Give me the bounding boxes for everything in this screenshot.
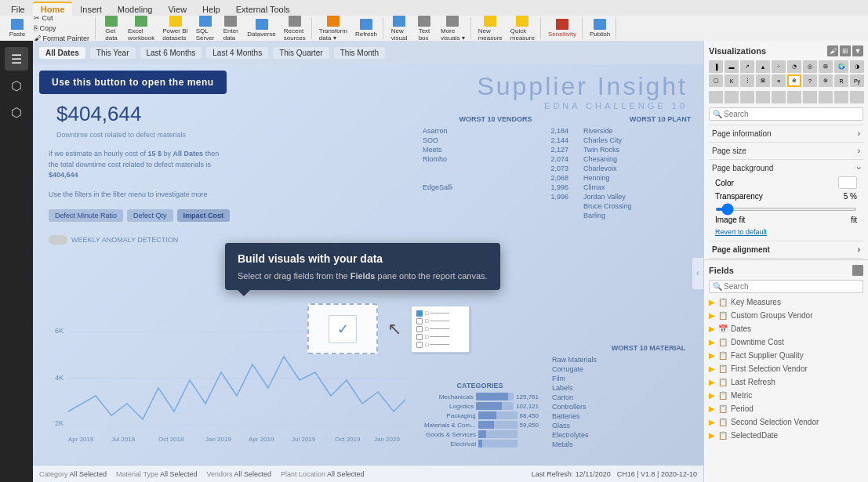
sidebar-data-icon[interactable]: ⬡ [5, 74, 28, 97]
viz-r2-10[interactable] [850, 91, 864, 103]
viz-r2-2[interactable] [725, 91, 739, 103]
refresh-button[interactable]: Refresh [353, 18, 380, 38]
viz-bar[interactable]: ▐ [709, 60, 723, 73]
paste-button[interactable]: Paste [6, 18, 28, 38]
copy-button[interactable]: ⎘ Copy [31, 24, 92, 33]
anomaly-toggle[interactable] [49, 235, 67, 245]
field-period-header[interactable]: ▶ 📋 Period [709, 404, 863, 414]
filter-this-month[interactable]: This Month [334, 47, 385, 59]
viz-line[interactable]: ↗ [740, 60, 754, 73]
dataverse-button[interactable]: Dataverse [245, 18, 278, 38]
viz-r2-3[interactable] [740, 91, 754, 103]
page-size-header[interactable]: Page size › [709, 145, 863, 157]
field-item-4: □ ───── [416, 333, 464, 341]
tab-view[interactable]: View [160, 3, 194, 16]
transform-data-button[interactable]: Transformdata ▾ [317, 15, 350, 42]
impact-cost-button[interactable]: Impact Cost [177, 209, 231, 222]
viz-custom2[interactable]: Py [850, 74, 864, 87]
drag-checkmark-icon: ✓ [329, 315, 357, 343]
viz-r2-5[interactable] [772, 91, 786, 103]
defect-minute-ratio-button[interactable]: Defect Minute Ratio [49, 209, 123, 222]
filter-all-dates[interactable]: All Dates [39, 47, 85, 59]
viz-card[interactable]: ▢ [709, 74, 723, 87]
recent-sources-button[interactable]: Recentsources [281, 15, 308, 42]
viz-r2-8[interactable] [819, 91, 833, 103]
enter-data-button[interactable]: Enterdata [220, 15, 242, 42]
tab-file[interactable]: File [3, 3, 33, 16]
field-last-refresh-header[interactable]: ▶ 📋 Last Refresh [709, 377, 863, 387]
viz-search-input[interactable] [724, 110, 859, 118]
field-selected-date-header[interactable]: ▶ 📋 SelectedDate [709, 430, 863, 440]
field-custom-groups-label: Custom Groups Vendor [731, 311, 813, 320]
page-align-header[interactable]: Page alignment › [709, 244, 863, 255]
revert-label[interactable]: Revert to default [715, 228, 767, 236]
excel-button[interactable]: Excelworkbook [125, 15, 157, 42]
viz-treemap[interactable]: ⊞ [819, 60, 833, 73]
viz-qa[interactable]: ? [803, 74, 817, 87]
viz-custom1[interactable]: R [834, 74, 848, 87]
collapse-arrow[interactable]: ‹ [692, 258, 703, 289]
filter-last-4-months[interactable]: Last 4 Months [206, 47, 268, 59]
get-data-button[interactable]: Getdata [100, 15, 122, 42]
plant-value: All Selected [327, 470, 365, 478]
viz-scatter[interactable]: ⁘ [772, 60, 786, 73]
viz-pie[interactable]: ◔ [787, 60, 801, 73]
viz-r2-1[interactable] [709, 91, 723, 103]
category-label: Category [39, 470, 68, 478]
new-visual-button[interactable]: Newvisual [388, 15, 410, 42]
viz-paint-icon[interactable]: 🖌 [827, 45, 838, 56]
text-box-button[interactable]: Textbox [413, 15, 435, 42]
page-bg-chevron: › [855, 167, 863, 169]
tab-external[interactable]: External Tools [228, 3, 298, 16]
field-key-measures-header[interactable]: ▶ 📋 Key Measures [709, 297, 863, 307]
viz-r2-6[interactable] [787, 91, 801, 103]
field-second-selection-header[interactable]: ▶ 📋 Second Selection Vendor [709, 417, 863, 427]
field-selected-date-label: SelectedDate [731, 431, 778, 440]
color-swatch[interactable] [838, 176, 857, 189]
field-metric-header[interactable]: ▶ 📋 Metric [709, 390, 863, 400]
sidebar-model-icon[interactable]: ⬡ [5, 100, 28, 124]
viz-matrix[interactable]: ⊠ [756, 74, 770, 87]
transparency-slider[interactable] [715, 208, 857, 211]
viz-column[interactable]: ▬ [725, 60, 739, 73]
filter-last-6-months[interactable]: Last 6 Months [140, 47, 202, 59]
powerbi-datasets-button[interactable]: Power BIdatasets [160, 15, 190, 42]
viz-r2-7[interactable] [803, 91, 817, 103]
viz-r2-4[interactable] [756, 91, 770, 103]
sensitivity-button[interactable]: Sensitivity [546, 18, 579, 38]
viz-donut[interactable]: ◎ [803, 60, 817, 73]
new-measure-button[interactable]: Newmeasure [476, 15, 505, 42]
field-custom-groups-header[interactable]: ▶ 📋 Custom Groups Vendor [709, 310, 863, 321]
field-first-selection-header[interactable]: ▶ 📋 First Selection Vendor [709, 364, 863, 374]
viz-active[interactable]: ⊕ [787, 74, 801, 87]
viz-r2-9[interactable] [834, 91, 848, 103]
more-visuals-button[interactable]: Morevisuals ▾ [438, 15, 467, 42]
publish-button[interactable]: Publish [587, 18, 612, 38]
fields-search-input[interactable] [724, 282, 859, 291]
viz-field-icon[interactable]: ⊞ [840, 45, 851, 56]
viz-decomp[interactable]: ⊛ [819, 74, 833, 87]
field-downtime-header[interactable]: ▶ 📋 Downtime Cost [709, 337, 863, 347]
defect-qty-button[interactable]: Defect Qty [127, 209, 173, 222]
sql-button[interactable]: SQLServer [194, 15, 217, 42]
viz-gauge[interactable]: ◑ [850, 60, 864, 73]
filter-this-year[interactable]: This Year [90, 47, 136, 59]
viz-table[interactable]: ⋮ [740, 74, 754, 87]
fields-panel-icon[interactable] [852, 265, 863, 276]
viz-filter-icon[interactable]: ▼ [852, 45, 863, 56]
viz-slicer[interactable]: ≡ [772, 74, 786, 87]
page-info-header[interactable]: Page information › [709, 128, 863, 140]
quick-measure-button[interactable]: Quickmeasure [508, 15, 537, 42]
field-dates-header[interactable]: ▶ 📅 Dates [709, 324, 863, 334]
open-menu-button[interactable]: Use this button to open the menu [39, 71, 227, 94]
filter-this-quarter[interactable]: This Quarter [273, 47, 329, 59]
page-bg-header[interactable]: Page background › [709, 162, 863, 174]
tab-help[interactable]: Help [194, 3, 228, 16]
viz-area[interactable]: ▲ [756, 60, 770, 73]
cut-button[interactable]: ✂ Cut [31, 13, 92, 23]
viz-kpi[interactable]: K [725, 74, 739, 87]
sidebar-report-icon[interactable]: ☰ [5, 47, 28, 71]
field-fact-supplier-header[interactable]: ▶ 📋 Fact Supplier Quality [709, 350, 863, 361]
tab-modeling[interactable]: Modeling [110, 3, 161, 16]
viz-map[interactable]: 🌍 [834, 60, 848, 73]
